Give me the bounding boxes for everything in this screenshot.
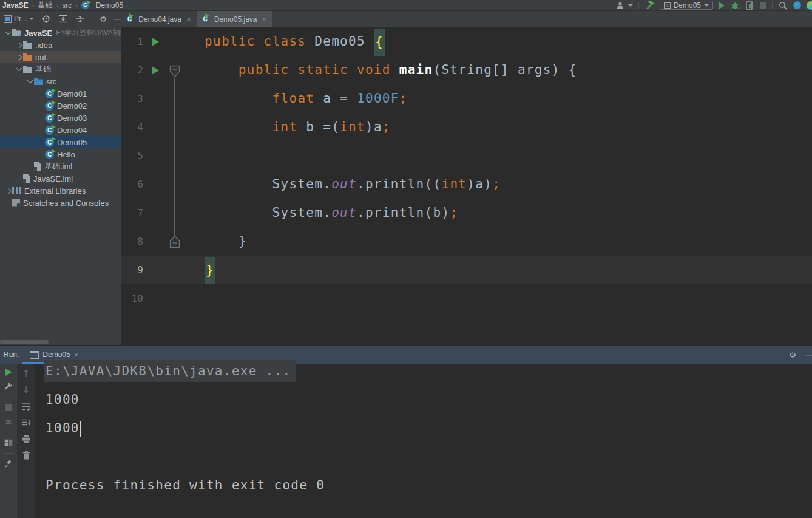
editor-line[interactable]: 1public class Demo05 { bbox=[121, 27, 812, 56]
close-icon[interactable]: × bbox=[186, 15, 191, 24]
tree-row[interactable]: External Libraries bbox=[0, 185, 121, 197]
chevron-down-icon[interactable] bbox=[27, 78, 33, 84]
tree-row[interactable]: JavaSE.iml bbox=[0, 172, 121, 185]
tree-item-label: Scratches and Consoles bbox=[23, 199, 109, 208]
editor-line[interactable]: 3 float a = 1000F; bbox=[121, 84, 812, 113]
run-settings-gear-icon[interactable]: ⚙ bbox=[789, 350, 796, 360]
run-button[interactable] bbox=[719, 2, 725, 9]
breadcrumb-separator: › bbox=[32, 2, 35, 9]
tree-item-path: F:\学习资料\JAVA初学 bbox=[56, 28, 121, 38]
breadcrumb-src[interactable]: src bbox=[62, 1, 72, 10]
tree-row[interactable]: CDemo05 bbox=[0, 136, 121, 148]
run-with-coverage-icon[interactable] bbox=[745, 1, 755, 10]
scroll-to-end-icon[interactable] bbox=[21, 418, 31, 428]
restore-layout-icon[interactable] bbox=[4, 438, 13, 448]
toolbar-divider bbox=[3, 453, 14, 454]
output-folder-icon bbox=[23, 53, 32, 61]
breadcrumb-separator: › bbox=[75, 2, 78, 9]
tree-row[interactable]: CDemo02 bbox=[0, 100, 121, 112]
main-toolbar: Demo05 ↑ bbox=[616, 1, 812, 10]
chevron-down-icon[interactable] bbox=[16, 66, 22, 72]
user-dropdown-icon[interactable] bbox=[628, 4, 633, 7]
console-toolbar: ↑ ↓ bbox=[17, 364, 35, 518]
stop-button[interactable] bbox=[4, 403, 13, 412]
expand-all-icon[interactable] bbox=[58, 14, 68, 24]
notification-badge-icon[interactable] bbox=[807, 1, 812, 10]
editor-line[interactable]: 8 } bbox=[121, 227, 812, 256]
breadcrumb-module[interactable]: 基础 bbox=[38, 0, 52, 10]
line-number: 7 bbox=[121, 207, 143, 219]
toolbar-divider bbox=[92, 15, 92, 22]
console-output[interactable]: E:\JAVA\JDK8\bin\java.exe ...10001000Pro… bbox=[35, 364, 812, 518]
project-view-selector[interactable]: Pr... bbox=[4, 15, 34, 23]
fold-end-icon[interactable] bbox=[169, 235, 180, 248]
console-command-text[interactable]: E:\JAVA\JDK8\bin\java.exe ... bbox=[44, 360, 296, 382]
editor-line[interactable]: 2 public static void main(String[] args)… bbox=[121, 56, 812, 84]
code-text: float a = 1000F; bbox=[167, 84, 408, 113]
collapse-all-icon[interactable] bbox=[75, 14, 85, 24]
chevron-right-icon[interactable] bbox=[16, 54, 22, 60]
code-editor[interactable]: 1public class Demo05 {2 public static vo… bbox=[121, 27, 812, 345]
debug-icon[interactable] bbox=[730, 1, 740, 10]
rerun-button[interactable] bbox=[4, 367, 13, 377]
run-configuration-select[interactable]: Demo05 bbox=[660, 1, 713, 10]
tree-item-label: Demo05 bbox=[57, 138, 87, 147]
chevron-right-icon[interactable] bbox=[16, 42, 22, 48]
class-icon: C bbox=[45, 126, 54, 135]
class-icon: C bbox=[203, 15, 208, 24]
tree-row[interactable]: CDemo03 bbox=[0, 112, 121, 124]
search-icon[interactable] bbox=[778, 1, 788, 10]
run-line-icon[interactable] bbox=[152, 66, 159, 75]
hide-panel-icon[interactable]: — bbox=[114, 15, 121, 23]
clear-console-trash-icon[interactable] bbox=[21, 451, 31, 460]
breadcrumb-project[interactable]: JavaSE bbox=[2, 1, 29, 10]
tree-row[interactable]: .idea bbox=[0, 39, 121, 51]
fold-collapse-icon[interactable] bbox=[169, 65, 180, 78]
code-text: System.out.println(b); bbox=[167, 199, 458, 227]
editor-line[interactable]: 4 int b =(int)a; bbox=[121, 113, 812, 141]
tree-item-label: 基础 bbox=[35, 64, 51, 75]
user-icon[interactable] bbox=[616, 1, 626, 10]
tree-row[interactable]: CDemo01 bbox=[0, 87, 121, 100]
fold-region-line bbox=[174, 78, 175, 236]
editor-line[interactable]: 10 bbox=[121, 284, 812, 313]
pin-icon[interactable] bbox=[4, 459, 13, 469]
editor-line[interactable]: 7 System.out.println(b); bbox=[121, 199, 812, 227]
tree-row[interactable]: Scratches and Consoles bbox=[0, 197, 121, 209]
up-stack-trace-icon[interactable]: ↑ bbox=[21, 369, 31, 378]
external-libraries-icon bbox=[12, 187, 21, 194]
down-stack-trace-icon[interactable]: ↓ bbox=[21, 385, 31, 395]
chevron-right-icon[interactable] bbox=[5, 188, 11, 194]
close-icon[interactable]: × bbox=[74, 350, 79, 360]
hide-run-panel-icon[interactable]: — bbox=[805, 350, 812, 359]
rerun-failed-icon[interactable] bbox=[4, 417, 13, 426]
build-hammer-icon[interactable] bbox=[645, 1, 654, 10]
chevron-down-icon[interactable] bbox=[5, 29, 11, 35]
tree-row[interactable]: out bbox=[0, 51, 121, 63]
breadcrumb-file[interactable]: Demo05 bbox=[96, 1, 123, 10]
toolbar-divider bbox=[638, 2, 639, 9]
tree-row[interactable]: CDemo04 bbox=[0, 124, 121, 136]
settings-gear-icon[interactable]: ⚙ bbox=[100, 15, 107, 24]
tree-row[interactable]: src bbox=[0, 75, 121, 87]
editor-line[interactable]: 9} bbox=[121, 256, 812, 284]
run-toolbar-left bbox=[0, 364, 17, 518]
close-icon[interactable]: × bbox=[262, 15, 267, 24]
soft-wrap-icon[interactable] bbox=[21, 401, 31, 411]
tab-demo05[interactable]: C Demo05.java × bbox=[197, 11, 273, 27]
editor-line[interactable]: 6 System.out.println((int)a); bbox=[121, 170, 812, 199]
horizontal-scrollbar-thumb[interactable] bbox=[0, 340, 49, 344]
run-line-icon[interactable] bbox=[152, 38, 159, 46]
update-available-icon[interactable]: ↑ bbox=[793, 1, 801, 9]
tree-row[interactable]: 基础 bbox=[0, 63, 121, 75]
edit-configuration-wrench-icon[interactable] bbox=[4, 381, 13, 391]
stop-button[interactable] bbox=[760, 2, 766, 9]
tab-label: Demo05.java bbox=[214, 15, 257, 24]
print-icon[interactable] bbox=[21, 434, 31, 444]
tree-row[interactable]: JavaSEF:\学习资料\JAVA初学 bbox=[0, 27, 121, 39]
tree-row[interactable]: 基础.iml bbox=[0, 160, 121, 172]
tree-row[interactable]: CHello bbox=[0, 148, 121, 160]
locate-file-icon[interactable] bbox=[41, 14, 51, 24]
editor-line[interactable]: 5 bbox=[121, 141, 812, 170]
tab-demo04[interactable]: C Demo04.java × bbox=[121, 11, 197, 27]
